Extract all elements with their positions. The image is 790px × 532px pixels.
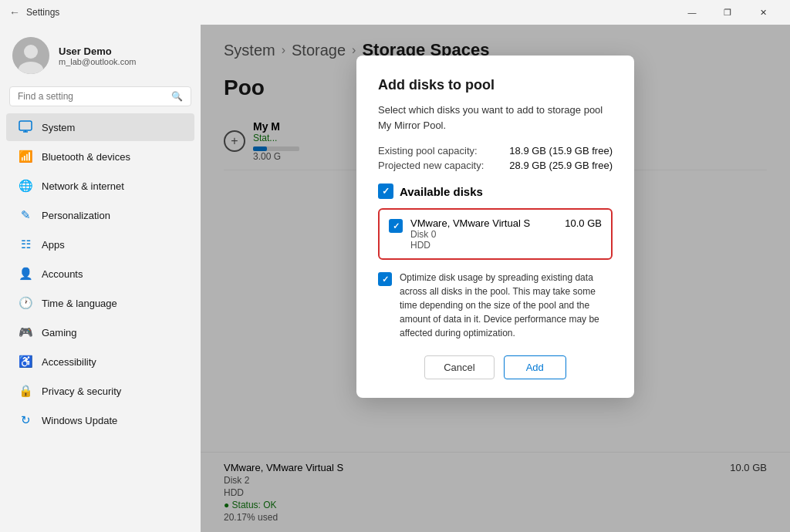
optimize-text: Optimize disk usage by spreading existin… — [400, 271, 613, 340]
dialog-overlay: Add disks to pool Select which disks you… — [201, 25, 790, 532]
network-icon: 🌐 — [19, 179, 32, 193]
search-box[interactable]: 🔍 — [9, 86, 191, 106]
titlebar: ← Settings — ❐ ✕ — [0, 0, 790, 25]
user-email: m_lab@outlook.com — [59, 57, 136, 66]
restore-button[interactable]: ❐ — [710, 0, 745, 25]
available-disks-check-icon — [378, 184, 393, 199]
sidebar-item-label-bluetooth: Bluetooth & devices — [42, 151, 130, 163]
nav-bluetooth[interactable]: 📶 Bluetooth & devices — [6, 143, 194, 170]
dialog-actions: Cancel Add — [378, 355, 613, 379]
nav-apps[interactable]: ☷ Apps — [6, 231, 194, 258]
nav-network[interactable]: 🌐 Network & internet — [6, 172, 194, 200]
nav-system[interactable]: System — [6, 113, 194, 141]
bluetooth-icon: 📶 — [19, 150, 32, 163]
nav-privacy[interactable]: 🔒 Privacy & security — [6, 377, 194, 405]
sidebar-item-label-network: Network & internet — [42, 180, 124, 192]
disk-option-info: VMware, VMware Virtual S Disk 0 HDD — [410, 217, 557, 251]
dialog-description: Select which disks you want to add to st… — [378, 103, 613, 133]
minimize-button[interactable]: — — [674, 0, 710, 25]
nav-gaming[interactable]: 🎮 Gaming — [6, 318, 194, 346]
nav-update[interactable]: ↻ Windows Update — [6, 406, 194, 434]
window-controls: — ❐ ✕ — [674, 0, 781, 25]
nav-accounts[interactable]: 👤 Accounts — [6, 260, 194, 288]
add-button[interactable]: Add — [504, 355, 566, 379]
available-disks-label: Available disks — [378, 184, 613, 199]
sidebar: User Demo m_lab@outlook.com 🔍 System 📶 B… — [0, 25, 201, 532]
disk-option[interactable]: VMware, VMware Virtual S Disk 0 HDD 10.0… — [378, 208, 613, 260]
accessibility-icon: ♿ — [19, 355, 32, 369]
main-content: System › Storage › Storage Spaces Poo + … — [201, 25, 790, 532]
system-icon — [19, 120, 32, 134]
avatar — [12, 37, 49, 74]
user-name: User Demo — [59, 45, 136, 57]
sidebar-item-label-personalization: Personalization — [42, 210, 110, 221]
nav-time[interactable]: 🕐 Time & language — [6, 289, 194, 317]
search-input[interactable] — [18, 91, 167, 102]
privacy-icon: 🔒 — [19, 384, 32, 398]
existing-capacity-value: 18.9 GB (15.9 GB free) — [509, 145, 613, 157]
sidebar-item-label-update: Windows Update — [42, 415, 117, 426]
sidebar-item-label-system: System — [42, 122, 75, 133]
svg-rect-3 — [19, 121, 32, 130]
apps-icon: ☷ — [19, 237, 32, 251]
projected-capacity-label: Projected new capacity: — [378, 160, 484, 171]
nav-accessibility[interactable]: ♿ Accessibility — [6, 348, 194, 375]
update-icon: ↻ — [19, 413, 32, 427]
disk-option-size: 10.0 GB — [565, 217, 602, 229]
svg-point-1 — [24, 45, 38, 59]
disk-option-name: VMware, VMware Virtual S — [410, 217, 557, 229]
nav-personalization[interactable]: ✎ Personalization — [6, 201, 194, 229]
user-info: User Demo m_lab@outlook.com — [59, 45, 136, 66]
sidebar-item-label-accessibility: Accessibility — [42, 356, 96, 368]
user-section: User Demo m_lab@outlook.com — [0, 28, 201, 86]
search-icon: 🔍 — [171, 91, 183, 102]
close-button[interactable]: ✕ — [745, 0, 781, 25]
gaming-icon: 🎮 — [19, 325, 32, 339]
personalization-icon: ✎ — [19, 208, 32, 222]
dialog-projected-capacity-row: Projected new capacity: 28.9 GB (25.9 GB… — [378, 160, 613, 171]
disk-option-sub2: HDD — [410, 240, 557, 251]
optimize-row: Optimize disk usage by spreading existin… — [378, 271, 613, 340]
back-button[interactable]: ← — [9, 6, 20, 19]
existing-capacity-label: Existing pool capacity: — [378, 145, 478, 157]
sidebar-item-label-privacy: Privacy & security — [42, 386, 121, 397]
sidebar-item-label-gaming: Gaming — [42, 327, 77, 338]
disk-option-checkbox[interactable] — [389, 219, 403, 233]
dialog-title: Add disks to pool — [378, 77, 613, 93]
time-icon: 🕐 — [19, 296, 32, 310]
cancel-button[interactable]: Cancel — [424, 355, 494, 379]
optimize-checkbox[interactable] — [378, 272, 392, 286]
dialog-existing-capacity-row: Existing pool capacity: 18.9 GB (15.9 GB… — [378, 145, 613, 157]
sidebar-item-label-time: Time & language — [42, 298, 117, 309]
projected-capacity-value: 28.9 GB (25.9 GB free) — [509, 160, 613, 171]
sidebar-item-label-apps: Apps — [42, 239, 65, 251]
available-disks-text: Available disks — [400, 185, 483, 198]
app-title: Settings — [26, 7, 59, 18]
sidebar-item-label-accounts: Accounts — [42, 268, 83, 280]
dialog: Add disks to pool Select which disks you… — [356, 56, 634, 398]
disk-option-sub1: Disk 0 — [410, 229, 557, 240]
accounts-icon: 👤 — [19, 267, 32, 281]
